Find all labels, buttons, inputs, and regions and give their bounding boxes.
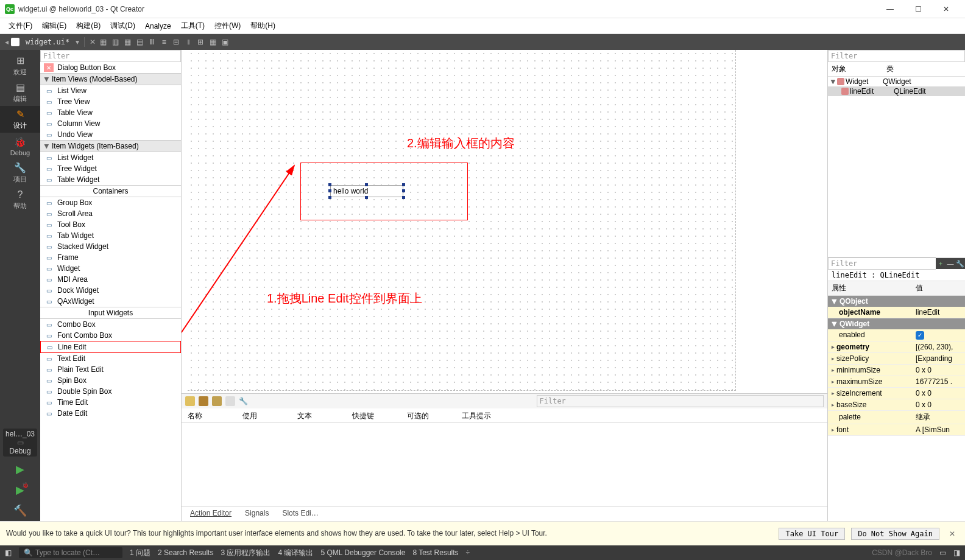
widget-item[interactable]: ▭Tool Box xyxy=(40,219,181,230)
object-row[interactable]: lineEditQLineEdit xyxy=(828,86,965,96)
menu-edit[interactable]: 编辑(E) xyxy=(38,19,70,32)
layout-f-icon[interactable]: ▤ xyxy=(135,37,144,47)
progress-icon[interactable]: ▭ xyxy=(939,548,946,557)
output-compile[interactable]: 4 编译输出 xyxy=(278,548,313,558)
widget-item[interactable]: ▭Combo Box xyxy=(40,319,181,330)
output-search[interactable]: 2 Search Results xyxy=(158,548,213,557)
property-row[interactable]: palette继承 xyxy=(828,411,965,424)
widget-item[interactable]: ▭Frame xyxy=(40,252,181,263)
layout-g-icon[interactable]: ▦ xyxy=(122,37,132,47)
widget-item[interactable]: ▭Column View xyxy=(40,118,181,129)
menu-file[interactable]: 文件(F) xyxy=(5,19,36,32)
widget-item[interactable]: ▭Plain Text Edit xyxy=(40,364,181,375)
close-right-icon[interactable]: ◨ xyxy=(953,548,960,557)
close-info-icon[interactable]: ✕ xyxy=(946,530,959,538)
delete-action-icon[interactable] xyxy=(225,396,235,406)
property-group[interactable]: ⯆ QWidget xyxy=(828,318,965,329)
property-filter[interactable]: Filter xyxy=(828,257,936,270)
widget-item[interactable]: ▭MDI Area xyxy=(40,274,181,285)
property-row[interactable]: ▸ geometry[(260, 230), xyxy=(828,341,965,353)
menu-debug[interactable]: 调试(D) xyxy=(107,19,139,32)
new-action-icon[interactable] xyxy=(185,396,195,406)
widget-item[interactable]: ▭List Widget xyxy=(40,152,181,163)
widget-group-header[interactable]: ⯆Item Views (Model-Based) xyxy=(40,73,181,85)
layout-h-icon[interactable]: ▦ xyxy=(98,37,108,47)
widget-filter[interactable]: Filter xyxy=(40,50,181,62)
build-button[interactable]: 🔨 xyxy=(13,504,27,517)
minimize-button[interactable]: — xyxy=(876,0,904,18)
widget-item[interactable]: ▭Undo View xyxy=(40,129,181,140)
output-tests[interactable]: 8 Test Results xyxy=(412,548,458,557)
do-not-show-button[interactable]: Do Not Show Again xyxy=(851,528,939,540)
widget-item[interactable]: ▭Time Edit xyxy=(40,397,181,408)
widget-item[interactable]: ▭Tab Widget xyxy=(40,230,181,241)
widget-item[interactable]: ▭Scroll Area xyxy=(40,208,181,219)
target-selector[interactable]: hel…_03▭Debug xyxy=(3,429,37,457)
tab-signals[interactable]: Signals xyxy=(242,509,271,519)
menu-tools[interactable]: 工具(T) xyxy=(177,19,208,32)
run-button[interactable]: ▶ xyxy=(16,463,24,476)
take-tour-button[interactable]: Take UI Tour xyxy=(779,528,845,540)
widget-item[interactable]: ▭Double Spin Box xyxy=(40,386,181,397)
mode-help[interactable]: ?帮助 xyxy=(0,186,40,213)
widget-item[interactable]: ▭Spin Box xyxy=(40,375,181,386)
property-group[interactable]: ⯆ QObject xyxy=(828,296,965,307)
close-button[interactable]: ✕ xyxy=(932,0,960,18)
locator-input[interactable]: 🔍Type to locate (Ct… xyxy=(19,547,122,558)
mode-design[interactable]: ✎设计 xyxy=(0,106,40,133)
output-app[interactable]: 3 应用程序输出 xyxy=(221,548,270,558)
preview-icon[interactable]: ▣ xyxy=(220,37,230,47)
output-issues[interactable]: 1 问题 xyxy=(130,548,150,558)
config-prop-icon[interactable]: 🔧 xyxy=(955,258,965,269)
output-qml[interactable]: 5 QML Debugger Console xyxy=(320,548,405,557)
widget-item[interactable]: ▭Widget xyxy=(40,263,181,274)
property-row[interactable]: ▸ minimumSize0 x 0 xyxy=(828,365,965,376)
maximize-button[interactable]: ☐ xyxy=(904,0,932,18)
config-icon[interactable]: 🔧 xyxy=(239,397,248,405)
remove-prop-icon[interactable]: — xyxy=(946,258,955,269)
mode-welcome[interactable]: ⊞欢迎 xyxy=(0,52,40,79)
widget-item[interactable]: ▭Group Box xyxy=(40,197,181,208)
tab-action-editor[interactable]: Action Editor xyxy=(188,509,234,519)
open-file-label[interactable]: widget.ui* xyxy=(22,38,73,46)
mode-edit[interactable]: ▤编辑 xyxy=(0,79,40,106)
widget-item[interactable]: ▭List View xyxy=(40,85,181,96)
layout-adjust-icon[interactable]: ▦ xyxy=(208,37,217,47)
layout-br-icon[interactable]: ⊟ xyxy=(171,37,181,47)
widget-item[interactable]: ▭Dock Widget xyxy=(40,285,181,296)
widget-item[interactable]: ▭Table View xyxy=(40,107,181,118)
widget-group-header[interactable]: Containers xyxy=(40,185,181,197)
close-sidebar-icon[interactable]: ◧ xyxy=(5,548,12,557)
run-debug-button[interactable]: ▶🐞 xyxy=(16,483,24,497)
layout-grid-icon[interactable]: ⊞ xyxy=(196,37,205,47)
widget-item[interactable]: ▭Date Edit xyxy=(40,408,181,419)
widget-item[interactable]: ▭Tree Widget xyxy=(40,163,181,174)
add-prop-icon[interactable]: + xyxy=(936,258,946,269)
copy-action-icon[interactable] xyxy=(199,396,208,406)
property-row[interactable]: objectNamelineEdit xyxy=(828,307,965,318)
property-row[interactable]: ▸ sizeIncrement0 x 0 xyxy=(828,388,965,399)
property-row[interactable]: ▸ maximumSize16777215 . xyxy=(828,376,965,388)
widget-group-header[interactable]: ⯆Item Widgets (Item-Based) xyxy=(40,140,181,152)
lineedit-widget[interactable]: hello world xyxy=(330,185,403,197)
widget-item[interactable]: ▭Font Combo Box xyxy=(40,330,181,341)
widget-item[interactable]: ▭Line Edit xyxy=(40,341,181,353)
mode-projects[interactable]: 🔧项目 xyxy=(0,159,40,186)
widget-item[interactable]: ▭Table Widget xyxy=(40,174,181,185)
mode-debug[interactable]: 🐞Debug xyxy=(0,133,40,159)
property-row[interactable]: ▸ sizePolicy[Expanding xyxy=(828,353,965,365)
widget-item[interactable]: ✕Dialog Button Box xyxy=(40,62,181,73)
menu-widgets[interactable]: 控件(W) xyxy=(211,19,244,32)
paste-action-icon[interactable] xyxy=(212,396,222,406)
widget-group-header[interactable]: Input Widgets xyxy=(40,307,181,319)
widget-item[interactable]: ▭Tree View xyxy=(40,96,181,107)
property-row[interactable]: ▸ fontA [SimSun xyxy=(828,424,965,436)
layout-vs-icon[interactable]: ≡ xyxy=(159,37,169,47)
widget-item[interactable]: ▭Text Edit xyxy=(40,353,181,364)
action-filter[interactable]: Filter xyxy=(537,395,824,407)
form-background[interactable] xyxy=(188,50,736,391)
object-filter[interactable]: Filter xyxy=(828,50,965,62)
object-row[interactable]: ⯆ WidgetQWidget xyxy=(828,77,965,86)
menu-build[interactable]: 构建(B) xyxy=(72,19,104,32)
tab-slots[interactable]: Slots Edi… xyxy=(280,509,320,519)
